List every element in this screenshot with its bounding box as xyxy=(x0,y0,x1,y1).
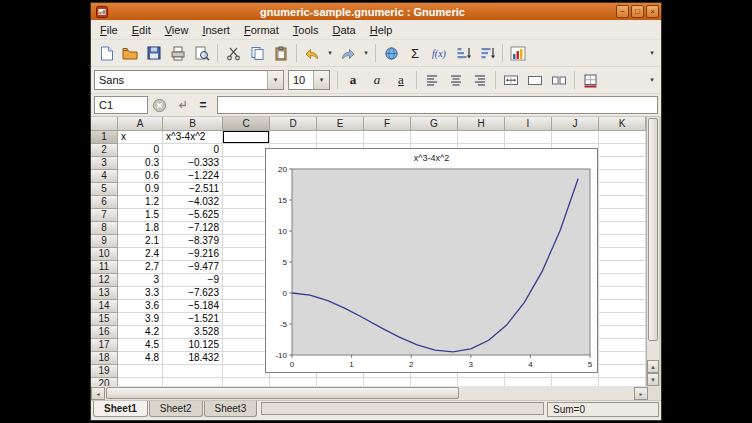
col-header-H[interactable]: H xyxy=(458,117,505,131)
cell-K9[interactable] xyxy=(599,235,646,248)
title-bar[interactable]: gnumeric-sample.gnumeric : Gnumeric − □ … xyxy=(91,3,661,20)
cell-F20[interactable] xyxy=(364,378,411,386)
equals-button[interactable]: = xyxy=(192,95,214,115)
select-all-corner[interactable] xyxy=(91,117,118,131)
cell-A5[interactable]: 0.9 xyxy=(118,183,163,196)
font-size-dropdown[interactable]: ▾ xyxy=(313,71,329,89)
italic-button[interactable]: a xyxy=(365,69,389,91)
row-header-15[interactable]: 15 xyxy=(91,313,118,326)
cell-C20[interactable] xyxy=(223,378,270,386)
cell-E1[interactable] xyxy=(317,131,364,144)
cell-B3[interactable]: −0.333 xyxy=(163,157,223,170)
paste-button[interactable] xyxy=(269,42,293,64)
cell-H1[interactable] xyxy=(458,131,505,144)
menu-view[interactable]: View xyxy=(158,22,196,38)
row-header-8[interactable]: 8 xyxy=(91,222,118,235)
row-header-1[interactable]: 1 xyxy=(91,131,118,144)
cell-K8[interactable] xyxy=(599,222,646,235)
cell-K6[interactable] xyxy=(599,196,646,209)
cell-A12[interactable]: 3 xyxy=(118,274,163,287)
cell-A20[interactable] xyxy=(118,378,163,386)
scroll-up-button[interactable]: ▲ xyxy=(647,360,659,373)
cell-B5[interactable]: −2.511 xyxy=(163,183,223,196)
col-header-K[interactable]: K xyxy=(599,117,646,131)
cell-A10[interactable]: 2.4 xyxy=(118,248,163,261)
print-button[interactable] xyxy=(166,42,190,64)
font-name-dropdown[interactable]: ▾ xyxy=(267,71,283,89)
row-header-17[interactable]: 17 xyxy=(91,339,118,352)
col-header-B[interactable]: B xyxy=(163,117,223,131)
cell-K14[interactable] xyxy=(599,300,646,313)
cell-K5[interactable] xyxy=(599,183,646,196)
cell-B16[interactable]: 3.528 xyxy=(163,326,223,339)
menu-tools[interactable]: Tools xyxy=(286,22,326,38)
row-header-2[interactable]: 2 xyxy=(91,144,118,157)
cell-D1[interactable] xyxy=(270,131,317,144)
cancel-edit-button[interactable] xyxy=(148,95,170,115)
bold-button[interactable]: a xyxy=(341,69,365,91)
cell-A4[interactable]: 0.6 xyxy=(118,170,163,183)
vertical-scrollbar[interactable]: ▲ ▼ xyxy=(646,117,659,386)
cell-C16[interactable] xyxy=(223,326,270,339)
cell-A3[interactable]: 0.3 xyxy=(118,157,163,170)
cell-K15[interactable] xyxy=(599,313,646,326)
cell-C17[interactable] xyxy=(223,339,270,352)
cell-A1[interactable]: x xyxy=(118,131,163,144)
confirm-edit-button[interactable] xyxy=(170,95,192,115)
open-file-button[interactable] xyxy=(118,42,142,64)
cell-C1[interactable] xyxy=(223,131,270,144)
toolbar-overflow-button[interactable]: ▾ xyxy=(646,69,658,91)
align-right-button[interactable] xyxy=(468,69,492,91)
cell-E20[interactable] xyxy=(317,378,364,386)
cell-A11[interactable]: 2.7 xyxy=(118,261,163,274)
insert-function-button[interactable]: f(x) xyxy=(427,42,451,64)
cell-B2[interactable]: 0 xyxy=(163,144,223,157)
cut-button[interactable] xyxy=(221,42,245,64)
row-header-16[interactable]: 16 xyxy=(91,326,118,339)
col-header-J[interactable]: J xyxy=(552,117,599,131)
cell-K1[interactable] xyxy=(599,131,646,144)
scroll-down-button[interactable]: ▼ xyxy=(647,373,659,386)
tab-sheet2[interactable]: Sheet2 xyxy=(149,401,203,417)
row-header-10[interactable]: 10 xyxy=(91,248,118,261)
redo-dropdown[interactable]: ▾ xyxy=(360,42,372,64)
cell-A6[interactable]: 1.2 xyxy=(118,196,163,209)
col-header-I[interactable]: I xyxy=(505,117,552,131)
cell-J20[interactable] xyxy=(552,378,599,386)
col-header-F[interactable]: F xyxy=(364,117,411,131)
cell-C9[interactable] xyxy=(223,235,270,248)
cell-C14[interactable] xyxy=(223,300,270,313)
center-across-selection-button[interactable] xyxy=(499,69,523,91)
undo-button[interactable] xyxy=(300,42,324,64)
cell-C4[interactable] xyxy=(223,170,270,183)
merge-cells-button[interactable] xyxy=(523,69,547,91)
font-size-combo[interactable]: 10 ▾ xyxy=(288,70,330,90)
cell-B9[interactable]: −8.379 xyxy=(163,235,223,248)
menu-help[interactable]: Help xyxy=(363,22,400,38)
row-header-20[interactable]: 20 xyxy=(91,378,118,386)
hyperlink-button[interactable] xyxy=(379,42,403,64)
align-center-button[interactable] xyxy=(444,69,468,91)
cell-A18[interactable]: 4.8 xyxy=(118,352,163,365)
row-header-5[interactable]: 5 xyxy=(91,183,118,196)
cell-A9[interactable]: 2.1 xyxy=(118,235,163,248)
underline-button[interactable]: a xyxy=(389,69,413,91)
cell-B20[interactable] xyxy=(163,378,223,386)
cell-B13[interactable]: −7.623 xyxy=(163,287,223,300)
borders-button[interactable] xyxy=(578,69,602,91)
cell-A17[interactable]: 4.5 xyxy=(118,339,163,352)
cell-B17[interactable]: 10.125 xyxy=(163,339,223,352)
row-header-6[interactable]: 6 xyxy=(91,196,118,209)
cell-J1[interactable] xyxy=(552,131,599,144)
col-header-A[interactable]: A xyxy=(118,117,163,131)
tab-sheet3[interactable]: Sheet3 xyxy=(204,401,258,417)
col-header-D[interactable]: D xyxy=(270,117,317,131)
cell-B12[interactable]: −9 xyxy=(163,274,223,287)
cell-K3[interactable] xyxy=(599,157,646,170)
cell-F1[interactable] xyxy=(364,131,411,144)
row-header-18[interactable]: 18 xyxy=(91,352,118,365)
col-header-E[interactable]: E xyxy=(317,117,364,131)
row-header-19[interactable]: 19 xyxy=(91,365,118,378)
cell-K2[interactable] xyxy=(599,144,646,157)
vertical-scrollbar-thumb[interactable] xyxy=(648,118,658,341)
